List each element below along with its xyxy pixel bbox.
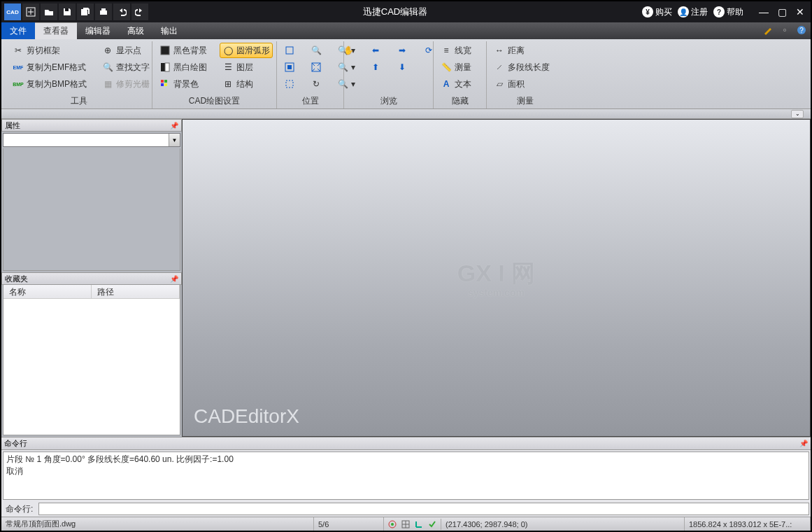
- clip-frame-button[interactable]: ✂剪切框架: [10, 43, 90, 58]
- menu-viewer[interactable]: 查看器: [35, 22, 77, 39]
- status-filename: 常规吊顶剖面图.dwg: [1, 517, 314, 531]
- distance-button[interactable]: ↔距离: [491, 43, 560, 58]
- find-text-button[interactable]: 🔍查找文字: [99, 59, 152, 75]
- help-icon[interactable]: ?: [795, 24, 808, 36]
- pan-button[interactable]: ✋: [341, 43, 357, 58]
- black-square-icon: [159, 45, 171, 56]
- register-link[interactable]: 👤注册: [678, 6, 708, 18]
- command-input[interactable]: [38, 503, 809, 515]
- bg-color-button[interactable]: 背景色: [157, 76, 210, 92]
- smooth-arc-button[interactable]: ◯圆滑弧形: [220, 43, 273, 58]
- properties-header[interactable]: 属性 📌: [1, 119, 182, 132]
- distance-icon: ↔: [494, 45, 505, 56]
- emf-icon: EMF: [13, 62, 24, 73]
- status-bar: 常规吊顶剖面图.dwg 5/6 (217.4306; 2987.948; 0) …: [1, 517, 811, 531]
- favorites-header[interactable]: 收藏夹 📌: [1, 272, 182, 285]
- structure-button[interactable]: ⊞结构: [220, 76, 273, 92]
- svg-text:?: ?: [799, 27, 804, 34]
- measure-button[interactable]: 📏测量: [438, 59, 482, 75]
- nav-up-button[interactable]: ⬆: [367, 59, 384, 75]
- status-page: 5/6: [314, 517, 384, 531]
- log-line: 取消: [6, 465, 806, 477]
- maximize-button[interactable]: ▢: [774, 4, 790, 20]
- new-button[interactable]: [22, 4, 39, 20]
- menu-editor[interactable]: 编辑器: [77, 22, 119, 39]
- buy-link[interactable]: ¥购买: [642, 6, 672, 18]
- combo-dropdown-button[interactable]: ▼: [169, 134, 180, 146]
- undo-button[interactable]: [113, 4, 130, 20]
- redo-button[interactable]: [131, 4, 148, 20]
- user-icon: 👤: [678, 6, 689, 18]
- svg-rect-9: [161, 63, 165, 71]
- svg-rect-17: [287, 65, 292, 69]
- linewidth-icon: ≡: [441, 45, 452, 56]
- ortho-icon[interactable]: [413, 519, 425, 530]
- fullscreen-icon: [311, 62, 322, 73]
- layer-button[interactable]: ☰图层: [220, 59, 273, 75]
- pos-btn-1[interactable]: [281, 43, 298, 58]
- search-icon: 🔍: [102, 62, 113, 73]
- palette-icon: [159, 78, 171, 90]
- check-icon[interactable]: [427, 519, 438, 530]
- print-button[interactable]: [95, 4, 112, 20]
- svg-point-21: [391, 523, 394, 526]
- style-icon[interactable]: [762, 24, 774, 36]
- polyline-icon: ⟋: [494, 62, 505, 73]
- open-button[interactable]: [41, 4, 57, 20]
- black-bg-button[interactable]: 黑色背景: [157, 43, 210, 58]
- help-link[interactable]: ?帮助: [713, 6, 743, 18]
- pos-btn-2[interactable]: [281, 59, 298, 75]
- canvas-brand: CADEditorX: [194, 405, 299, 428]
- properties-combo-input[interactable]: [3, 134, 169, 146]
- svg-rect-10: [165, 63, 169, 71]
- menu-output[interactable]: 输出: [152, 22, 186, 39]
- pin-icon[interactable]: 📌: [170, 122, 178, 130]
- pin-icon[interactable]: 📌: [799, 440, 808, 447]
- fav-col-name[interactable]: 名称: [3, 285, 92, 298]
- command-header[interactable]: 命令行 📌: [1, 438, 811, 450]
- group-cad-label: CAD绘图设置: [157, 94, 272, 108]
- nav-down-button[interactable]: ⬇: [394, 59, 411, 75]
- svg-rect-15: [286, 47, 293, 54]
- pin-icon[interactable]: 📌: [170, 275, 178, 283]
- fav-col-path[interactable]: 路径: [92, 285, 180, 298]
- grid-icon: ▦: [102, 78, 113, 90]
- command-log[interactable]: 片段 № 1 角度=0.00° 多段线长度=640.60 un. 比例因子:=1…: [3, 451, 809, 500]
- copy-bmp-button[interactable]: BMP复制为BMP格式: [10, 76, 90, 92]
- close-button[interactable]: ✕: [792, 4, 808, 20]
- text-icon: A: [441, 78, 452, 90]
- copy-emf-button[interactable]: EMF复制为EMF格式: [10, 59, 90, 75]
- extents-icon: [284, 62, 295, 73]
- svg-rect-5: [101, 8, 106, 10]
- collapse-ribbon-button[interactable]: ⌄: [791, 110, 804, 118]
- favorites-body: 名称 路径: [3, 285, 180, 435]
- menu-advanced[interactable]: 高级: [119, 22, 152, 39]
- save-all-button[interactable]: [77, 4, 94, 20]
- linewidth-button[interactable]: ≡线宽: [438, 43, 482, 58]
- minimize-button[interactable]: —: [756, 4, 771, 20]
- nav-left-button[interactable]: ⬅: [367, 43, 384, 58]
- pin-icon[interactable]: ⚬: [778, 24, 791, 36]
- properties-combo[interactable]: ▼: [3, 133, 180, 147]
- app-icon[interactable]: CAD: [4, 4, 21, 20]
- menu-file[interactable]: 文件: [1, 22, 35, 39]
- pos-btn-5[interactable]: [308, 59, 325, 75]
- nav-right-button[interactable]: ➡: [394, 43, 411, 58]
- bw-draw-button[interactable]: 黑白绘图: [157, 59, 210, 75]
- pos-btn-3[interactable]: [281, 76, 298, 92]
- grid-icon[interactable]: [400, 519, 411, 530]
- snap-icon[interactable]: [387, 519, 398, 530]
- polyline-button[interactable]: ⟋多段线长度: [491, 59, 560, 75]
- command-area: 命令行 📌 片段 № 1 角度=0.00° 多段线长度=640.60 un. 比…: [1, 437, 811, 517]
- save-button[interactable]: [59, 4, 76, 20]
- arrow-left-icon: ⬅: [370, 45, 381, 56]
- area-button[interactable]: ▱面积: [491, 76, 560, 92]
- pos-btn-4[interactable]: 🔍: [308, 43, 325, 58]
- canvas[interactable]: GX I 网 system.com CADEditorX: [182, 119, 811, 437]
- zoom-icon: 🔍: [311, 45, 322, 56]
- group-browse-label: 浏览: [348, 94, 429, 108]
- fit-icon: [284, 45, 295, 56]
- show-point-button[interactable]: ⊕显示点: [99, 43, 152, 58]
- pos-btn-6[interactable]: ↻: [308, 76, 325, 92]
- text-button[interactable]: A文本: [438, 76, 482, 92]
